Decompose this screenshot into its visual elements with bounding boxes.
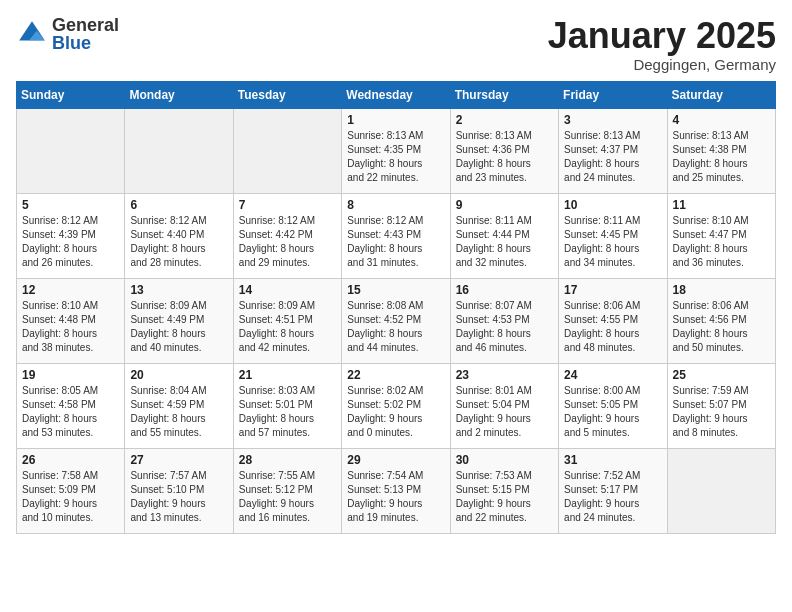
- logo-general-text: General: [52, 16, 119, 34]
- day-number: 9: [456, 198, 553, 212]
- day-number: 22: [347, 368, 444, 382]
- logo-blue-text: Blue: [52, 34, 119, 52]
- calendar-cell: 15Sunrise: 8:08 AM Sunset: 4:52 PM Dayli…: [342, 278, 450, 363]
- cell-content: Sunrise: 8:01 AM Sunset: 5:04 PM Dayligh…: [456, 384, 553, 440]
- week-row-5: 26Sunrise: 7:58 AM Sunset: 5:09 PM Dayli…: [17, 448, 776, 533]
- day-number: 24: [564, 368, 661, 382]
- day-number: 7: [239, 198, 336, 212]
- week-row-1: 1Sunrise: 8:13 AM Sunset: 4:35 PM Daylig…: [17, 108, 776, 193]
- calendar-cell: 19Sunrise: 8:05 AM Sunset: 4:58 PM Dayli…: [17, 363, 125, 448]
- calendar-cell: 22Sunrise: 8:02 AM Sunset: 5:02 PM Dayli…: [342, 363, 450, 448]
- day-number: 21: [239, 368, 336, 382]
- calendar-cell: 24Sunrise: 8:00 AM Sunset: 5:05 PM Dayli…: [559, 363, 667, 448]
- day-number: 31: [564, 453, 661, 467]
- calendar-cell: 14Sunrise: 8:09 AM Sunset: 4:51 PM Dayli…: [233, 278, 341, 363]
- calendar-cell: 12Sunrise: 8:10 AM Sunset: 4:48 PM Dayli…: [17, 278, 125, 363]
- calendar-cell: 16Sunrise: 8:07 AM Sunset: 4:53 PM Dayli…: [450, 278, 558, 363]
- day-number: 12: [22, 283, 119, 297]
- day-number: 6: [130, 198, 227, 212]
- calendar-cell: 31Sunrise: 7:52 AM Sunset: 5:17 PM Dayli…: [559, 448, 667, 533]
- cell-content: Sunrise: 8:11 AM Sunset: 4:44 PM Dayligh…: [456, 214, 553, 270]
- cell-content: Sunrise: 8:12 AM Sunset: 4:43 PM Dayligh…: [347, 214, 444, 270]
- cell-content: Sunrise: 8:05 AM Sunset: 4:58 PM Dayligh…: [22, 384, 119, 440]
- cell-content: Sunrise: 8:02 AM Sunset: 5:02 PM Dayligh…: [347, 384, 444, 440]
- cell-content: Sunrise: 7:59 AM Sunset: 5:07 PM Dayligh…: [673, 384, 770, 440]
- cell-content: Sunrise: 7:53 AM Sunset: 5:15 PM Dayligh…: [456, 469, 553, 525]
- cell-content: Sunrise: 8:09 AM Sunset: 4:51 PM Dayligh…: [239, 299, 336, 355]
- week-row-3: 12Sunrise: 8:10 AM Sunset: 4:48 PM Dayli…: [17, 278, 776, 363]
- day-number: 13: [130, 283, 227, 297]
- day-number: 25: [673, 368, 770, 382]
- page-header: General Blue January 2025 Deggingen, Ger…: [16, 16, 776, 73]
- calendar-cell: 1Sunrise: 8:13 AM Sunset: 4:35 PM Daylig…: [342, 108, 450, 193]
- column-header-tuesday: Tuesday: [233, 81, 341, 108]
- day-number: 4: [673, 113, 770, 127]
- calendar-cell: 27Sunrise: 7:57 AM Sunset: 5:10 PM Dayli…: [125, 448, 233, 533]
- day-number: 1: [347, 113, 444, 127]
- calendar-cell: 17Sunrise: 8:06 AM Sunset: 4:55 PM Dayli…: [559, 278, 667, 363]
- day-number: 14: [239, 283, 336, 297]
- calendar-cell: 18Sunrise: 8:06 AM Sunset: 4:56 PM Dayli…: [667, 278, 775, 363]
- week-row-2: 5Sunrise: 8:12 AM Sunset: 4:39 PM Daylig…: [17, 193, 776, 278]
- cell-content: Sunrise: 8:13 AM Sunset: 4:38 PM Dayligh…: [673, 129, 770, 185]
- calendar-cell: 25Sunrise: 7:59 AM Sunset: 5:07 PM Dayli…: [667, 363, 775, 448]
- column-header-friday: Friday: [559, 81, 667, 108]
- calendar-table: SundayMondayTuesdayWednesdayThursdayFrid…: [16, 81, 776, 534]
- calendar-cell: 9Sunrise: 8:11 AM Sunset: 4:44 PM Daylig…: [450, 193, 558, 278]
- logo-icon: [16, 18, 48, 50]
- day-number: 20: [130, 368, 227, 382]
- calendar-cell: 3Sunrise: 8:13 AM Sunset: 4:37 PM Daylig…: [559, 108, 667, 193]
- cell-content: Sunrise: 8:06 AM Sunset: 4:56 PM Dayligh…: [673, 299, 770, 355]
- cell-content: Sunrise: 8:09 AM Sunset: 4:49 PM Dayligh…: [130, 299, 227, 355]
- day-number: 16: [456, 283, 553, 297]
- calendar-cell: 10Sunrise: 8:11 AM Sunset: 4:45 PM Dayli…: [559, 193, 667, 278]
- calendar-cell: 29Sunrise: 7:54 AM Sunset: 5:13 PM Dayli…: [342, 448, 450, 533]
- cell-content: Sunrise: 7:57 AM Sunset: 5:10 PM Dayligh…: [130, 469, 227, 525]
- calendar-cell: [233, 108, 341, 193]
- calendar-cell: 2Sunrise: 8:13 AM Sunset: 4:36 PM Daylig…: [450, 108, 558, 193]
- cell-content: Sunrise: 8:12 AM Sunset: 4:42 PM Dayligh…: [239, 214, 336, 270]
- column-header-sunday: Sunday: [17, 81, 125, 108]
- calendar-cell: [667, 448, 775, 533]
- cell-content: Sunrise: 8:06 AM Sunset: 4:55 PM Dayligh…: [564, 299, 661, 355]
- day-number: 29: [347, 453, 444, 467]
- cell-content: Sunrise: 8:00 AM Sunset: 5:05 PM Dayligh…: [564, 384, 661, 440]
- calendar-cell: 13Sunrise: 8:09 AM Sunset: 4:49 PM Dayli…: [125, 278, 233, 363]
- calendar-cell: 4Sunrise: 8:13 AM Sunset: 4:38 PM Daylig…: [667, 108, 775, 193]
- calendar-cell: 26Sunrise: 7:58 AM Sunset: 5:09 PM Dayli…: [17, 448, 125, 533]
- day-number: 5: [22, 198, 119, 212]
- day-number: 2: [456, 113, 553, 127]
- day-number: 18: [673, 283, 770, 297]
- calendar-cell: 21Sunrise: 8:03 AM Sunset: 5:01 PM Dayli…: [233, 363, 341, 448]
- cell-content: Sunrise: 8:10 AM Sunset: 4:48 PM Dayligh…: [22, 299, 119, 355]
- calendar-cell: 30Sunrise: 7:53 AM Sunset: 5:15 PM Dayli…: [450, 448, 558, 533]
- day-number: 26: [22, 453, 119, 467]
- calendar-cell: 20Sunrise: 8:04 AM Sunset: 4:59 PM Dayli…: [125, 363, 233, 448]
- cell-content: Sunrise: 8:08 AM Sunset: 4:52 PM Dayligh…: [347, 299, 444, 355]
- cell-content: Sunrise: 7:52 AM Sunset: 5:17 PM Dayligh…: [564, 469, 661, 525]
- cell-content: Sunrise: 8:13 AM Sunset: 4:37 PM Dayligh…: [564, 129, 661, 185]
- header-row: SundayMondayTuesdayWednesdayThursdayFrid…: [17, 81, 776, 108]
- column-header-saturday: Saturday: [667, 81, 775, 108]
- column-header-wednesday: Wednesday: [342, 81, 450, 108]
- day-number: 15: [347, 283, 444, 297]
- calendar-cell: 5Sunrise: 8:12 AM Sunset: 4:39 PM Daylig…: [17, 193, 125, 278]
- day-number: 23: [456, 368, 553, 382]
- calendar-cell: 28Sunrise: 7:55 AM Sunset: 5:12 PM Dayli…: [233, 448, 341, 533]
- calendar-cell: 7Sunrise: 8:12 AM Sunset: 4:42 PM Daylig…: [233, 193, 341, 278]
- calendar-cell: 6Sunrise: 8:12 AM Sunset: 4:40 PM Daylig…: [125, 193, 233, 278]
- day-number: 28: [239, 453, 336, 467]
- day-number: 17: [564, 283, 661, 297]
- calendar-cell: [125, 108, 233, 193]
- cell-content: Sunrise: 8:12 AM Sunset: 4:39 PM Dayligh…: [22, 214, 119, 270]
- day-number: 30: [456, 453, 553, 467]
- calendar-cell: 11Sunrise: 8:10 AM Sunset: 4:47 PM Dayli…: [667, 193, 775, 278]
- logo: General Blue: [16, 16, 119, 52]
- column-header-monday: Monday: [125, 81, 233, 108]
- cell-content: Sunrise: 8:12 AM Sunset: 4:40 PM Dayligh…: [130, 214, 227, 270]
- cell-content: Sunrise: 7:55 AM Sunset: 5:12 PM Dayligh…: [239, 469, 336, 525]
- calendar-cell: 23Sunrise: 8:01 AM Sunset: 5:04 PM Dayli…: [450, 363, 558, 448]
- column-header-thursday: Thursday: [450, 81, 558, 108]
- cell-content: Sunrise: 8:11 AM Sunset: 4:45 PM Dayligh…: [564, 214, 661, 270]
- cell-content: Sunrise: 8:07 AM Sunset: 4:53 PM Dayligh…: [456, 299, 553, 355]
